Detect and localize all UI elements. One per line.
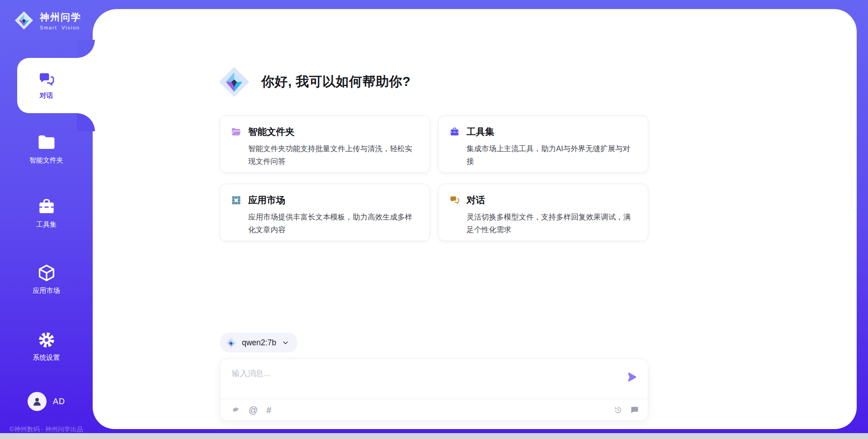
sidebar-item-label: 对话 <box>40 91 53 100</box>
sidebar-item-label: 系统设置 <box>33 353 60 362</box>
avatar <box>28 392 47 411</box>
brand-title: 神州问学 <box>40 11 81 24</box>
card-description: 应用市场提供丰富长文本模板，助力高效生成多样化文章内容 <box>248 210 419 236</box>
folder-open-icon <box>231 127 241 137</box>
card-title: 智能文件夹 <box>248 125 295 138</box>
main-content: 你好, 我可以如何帮助你? 智能文件夹 智能文件夹功能支持批量文件上传与清洗，轻… <box>220 65 648 241</box>
card-title: 对话 <box>467 194 485 206</box>
greeting-text: 你好, 我可以如何帮助你? <box>261 73 410 91</box>
app-window: 神州问学 Smart Vision 对话 智能文件夹 工具集 应用市场 系统设置… <box>0 0 868 439</box>
new-chat-button[interactable] <box>630 406 639 415</box>
mention-button[interactable]: @ <box>249 406 258 415</box>
at-icon: @ <box>249 406 258 415</box>
model-name: qwen2:7b <box>242 338 276 348</box>
cube-icon <box>37 263 56 282</box>
sidebar-footer: ©神州数码 · 神州问学出品 <box>0 425 93 434</box>
card-head: 工具集 <box>449 125 637 138</box>
app-grid-icon <box>231 195 241 205</box>
send-icon <box>626 371 638 383</box>
comment-icon <box>630 406 639 415</box>
toolbar-left: @ # <box>231 406 271 415</box>
message-input[interactable] <box>231 367 616 396</box>
attach-button[interactable] <box>231 406 240 415</box>
sidebar-item-app-market[interactable]: 应用市场 <box>0 263 93 295</box>
sidebar-item-settings[interactable]: 系统设置 <box>0 330 93 362</box>
chat-icon <box>38 71 55 88</box>
card-description: 智能文件夹功能支持批量文件上传与清洗，轻松实现文件问答 <box>248 142 419 168</box>
person-icon <box>31 396 43 407</box>
card-description: 灵活切换多模型文件，支持多样回复效果调试，满足个性化需求 <box>467 210 637 236</box>
greeting: 你好, 我可以如何帮助你? <box>217 65 648 99</box>
send-button[interactable] <box>624 370 640 385</box>
card-toolset[interactable]: 工具集 集成市场上主流工具，助力AI与外界无缝扩展与对接 <box>438 115 648 173</box>
card-head: 智能文件夹 <box>231 125 419 138</box>
sidebar-item-chat[interactable]: 对话 <box>17 58 95 113</box>
card-smart-folders[interactable]: 智能文件夹 智能文件夹功能支持批量文件上传与清洗，轻松实现文件问答 <box>220 115 430 173</box>
hash-icon: # <box>266 406 271 415</box>
card-head: 对话 <box>449 194 637 206</box>
toolbox-icon <box>449 127 460 137</box>
sidebar-item-chat-inner: 对话 <box>0 58 93 113</box>
card-title: 工具集 <box>467 125 495 138</box>
bottom-strip <box>0 433 868 439</box>
sidebar-item-label: 智能文件夹 <box>29 156 63 165</box>
toolbar-right <box>613 406 639 415</box>
brand-subtitle: Smart Vision <box>40 25 81 30</box>
model-selector[interactable]: qwen2:7b <box>220 333 297 353</box>
card-chat[interactable]: 对话 灵活切换多模型文件，支持多样回复效果调试，满足个性化需求 <box>438 184 648 241</box>
user-name: AD <box>53 397 65 406</box>
feature-cards: 智能文件夹 智能文件夹功能支持批量文件上传与清洗，轻松实现文件问答 工具集 集成… <box>220 115 648 241</box>
sidebar-item-label: 工具集 <box>36 220 57 229</box>
chevron-down-icon <box>282 339 289 347</box>
message-input-card: @ # <box>220 358 648 421</box>
history-button[interactable] <box>613 406 623 415</box>
paperclip-icon <box>231 406 240 415</box>
user-profile[interactable]: AD <box>0 392 93 411</box>
topic-button[interactable]: # <box>266 406 271 415</box>
gear-icon <box>37 330 56 349</box>
card-title: 应用市场 <box>248 194 285 206</box>
diamond-logo-icon <box>225 337 237 349</box>
card-app-market[interactable]: 应用市场 应用市场提供丰富长文本模板，助力高效生成多样化文章内容 <box>220 184 430 241</box>
card-head: 应用市场 <box>231 194 419 206</box>
folder-icon <box>37 133 56 152</box>
sidebar-item-smart-folders[interactable]: 智能文件夹 <box>0 133 93 165</box>
card-description: 集成市场上主流工具，助力AI与外界无缝扩展与对接 <box>467 142 637 168</box>
brand: 神州问学 Smart Vision <box>14 10 81 31</box>
chat-icon <box>449 195 460 205</box>
diamond-logo-icon <box>217 65 251 99</box>
sidebar-item-label: 应用市场 <box>33 286 60 295</box>
composer-toolbar: @ # <box>231 399 639 420</box>
diamond-logo-icon <box>14 10 34 31</box>
history-icon <box>613 406 623 415</box>
composer: qwen2:7b @ # <box>220 333 648 421</box>
brand-text: 神州问学 Smart Vision <box>40 11 81 30</box>
sidebar-item-toolset[interactable]: 工具集 <box>0 197 93 229</box>
toolbox-icon <box>37 197 56 216</box>
